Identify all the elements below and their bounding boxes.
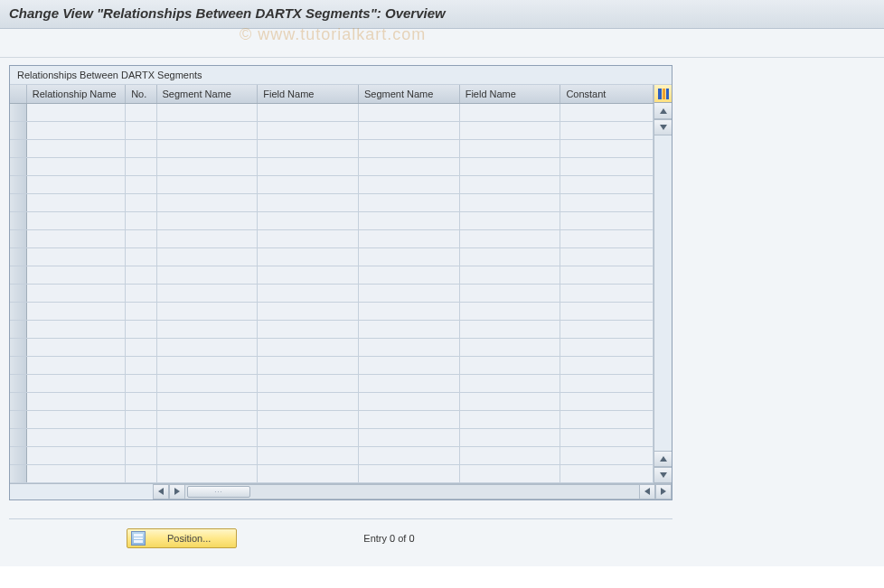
table-cell[interactable] xyxy=(358,356,459,374)
table-cell[interactable] xyxy=(26,320,125,338)
table-cell[interactable] xyxy=(126,428,156,446)
table-cell[interactable] xyxy=(26,446,125,464)
table-cell[interactable] xyxy=(156,266,258,284)
table-row[interactable] xyxy=(10,157,654,175)
table-cell[interactable] xyxy=(126,302,156,320)
table-cell[interactable] xyxy=(126,464,156,482)
table-cell[interactable] xyxy=(358,121,459,139)
table-cell[interactable] xyxy=(26,374,125,392)
table-cell[interactable] xyxy=(459,175,560,193)
table-cell[interactable] xyxy=(258,356,359,374)
scroll-up-button-2[interactable] xyxy=(654,451,672,467)
table-cell[interactable] xyxy=(358,410,459,428)
table-row[interactable] xyxy=(10,392,654,410)
table-cell[interactable] xyxy=(358,229,459,247)
table-cell[interactable] xyxy=(26,392,125,410)
row-selector[interactable] xyxy=(10,446,26,464)
table-cell[interactable] xyxy=(126,446,156,464)
col-segment-name-1[interactable]: Segment Name xyxy=(156,85,258,103)
table-cell[interactable] xyxy=(258,284,359,302)
row-selector[interactable] xyxy=(10,302,26,320)
table-cell[interactable] xyxy=(26,247,125,266)
row-selector[interactable] xyxy=(10,211,26,229)
table-cell[interactable] xyxy=(358,464,459,482)
table-cell[interactable] xyxy=(156,428,258,446)
table-settings-icon[interactable] xyxy=(654,85,672,103)
table-cell[interactable] xyxy=(156,410,258,428)
table-cell[interactable] xyxy=(459,211,560,229)
table-cell[interactable] xyxy=(156,446,258,464)
table-cell[interactable] xyxy=(459,356,560,374)
table-cell[interactable] xyxy=(258,320,359,338)
table-cell[interactable] xyxy=(126,157,156,175)
table-grid[interactable]: Relationship Name No. Segment Name Field… xyxy=(10,85,654,483)
table-cell[interactable] xyxy=(560,284,654,302)
table-cell[interactable] xyxy=(459,392,560,410)
table-cell[interactable] xyxy=(560,157,654,175)
table-cell[interactable] xyxy=(258,193,359,211)
table-row[interactable] xyxy=(10,356,654,374)
col-field-name-2[interactable]: Field Name xyxy=(459,85,560,103)
table-cell[interactable] xyxy=(560,193,654,211)
table-cell[interactable] xyxy=(156,284,258,302)
table-row[interactable] xyxy=(10,139,654,157)
table-cell[interactable] xyxy=(560,139,654,157)
table-cell[interactable] xyxy=(126,103,156,121)
table-cell[interactable] xyxy=(459,374,560,392)
table-cell[interactable] xyxy=(26,193,125,211)
table-cell[interactable] xyxy=(358,302,459,320)
table-cell[interactable] xyxy=(126,193,156,211)
table-cell[interactable] xyxy=(26,211,125,229)
scroll-down-button-2[interactable] xyxy=(654,467,672,483)
table-cell[interactable] xyxy=(126,211,156,229)
table-cell[interactable] xyxy=(459,157,560,175)
table-cell[interactable] xyxy=(126,338,156,356)
table-cell[interactable] xyxy=(26,139,125,157)
table-cell[interactable] xyxy=(358,247,459,266)
table-cell[interactable] xyxy=(358,139,459,157)
table-cell[interactable] xyxy=(358,446,459,464)
table-cell[interactable] xyxy=(560,374,654,392)
table-cell[interactable] xyxy=(126,410,156,428)
scroll-up-button[interactable] xyxy=(654,103,672,119)
table-row[interactable] xyxy=(10,374,654,392)
table-cell[interactable] xyxy=(156,338,258,356)
table-cell[interactable] xyxy=(26,266,125,284)
table-row[interactable] xyxy=(10,193,654,211)
table-cell[interactable] xyxy=(26,121,125,139)
table-cell[interactable] xyxy=(459,464,560,482)
table-cell[interactable] xyxy=(459,103,560,121)
table-cell[interactable] xyxy=(258,211,359,229)
table-cell[interactable] xyxy=(459,266,560,284)
scroll-left-button[interactable] xyxy=(153,484,169,499)
col-field-name-1[interactable]: Field Name xyxy=(258,85,359,103)
table-cell[interactable] xyxy=(126,320,156,338)
table-cell[interactable] xyxy=(258,266,359,284)
table-row[interactable] xyxy=(10,211,654,229)
col-segment-name-2[interactable]: Segment Name xyxy=(358,85,459,103)
vertical-scrollbar[interactable] xyxy=(654,85,672,483)
row-selector[interactable] xyxy=(10,428,26,446)
table-cell[interactable] xyxy=(459,193,560,211)
row-selector[interactable] xyxy=(10,356,26,374)
col-constant[interactable]: Constant xyxy=(560,85,654,103)
table-cell[interactable] xyxy=(126,229,156,247)
table-row[interactable] xyxy=(10,247,654,266)
table-cell[interactable] xyxy=(560,356,654,374)
table-cell[interactable] xyxy=(358,320,459,338)
table-cell[interactable] xyxy=(258,338,359,356)
table-cell[interactable] xyxy=(258,139,359,157)
table-cell[interactable] xyxy=(156,229,258,247)
col-no[interactable]: No. xyxy=(126,85,156,103)
table-cell[interactable] xyxy=(26,410,125,428)
table-cell[interactable] xyxy=(126,392,156,410)
table-row[interactable] xyxy=(10,320,654,338)
table-cell[interactable] xyxy=(26,284,125,302)
row-selector[interactable] xyxy=(10,266,26,284)
scroll-right-button-2[interactable] xyxy=(655,484,672,499)
row-selector[interactable] xyxy=(10,229,26,247)
row-selector[interactable] xyxy=(10,121,26,139)
table-cell[interactable] xyxy=(258,157,359,175)
table-row[interactable] xyxy=(10,302,654,320)
row-selector[interactable] xyxy=(10,175,26,193)
